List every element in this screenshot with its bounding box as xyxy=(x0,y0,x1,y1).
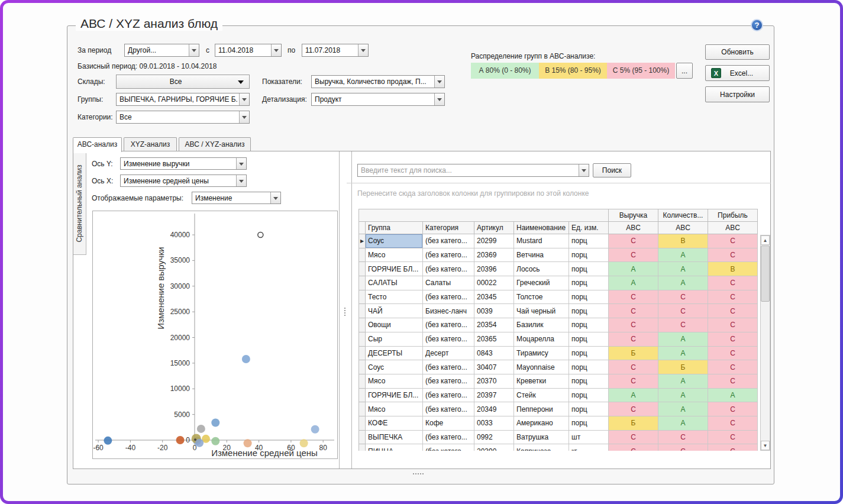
cell-abc-revenue[interactable]: C xyxy=(609,444,658,451)
table-row[interactable]: Сыр(без катего...20365МоцареллапорцCAC xyxy=(359,332,758,346)
table-row[interactable]: ДЕСЕРТЫДесерт0843ТирамисупорцБAC xyxy=(359,346,758,360)
scatter-point[interactable] xyxy=(176,436,185,444)
cell-abc-profit[interactable]: C xyxy=(708,318,758,332)
group-header[interactable]: Прибыль xyxy=(708,209,758,222)
cell-abc-quantity[interactable]: A xyxy=(658,248,708,262)
column-header[interactable]: Категория xyxy=(423,222,474,234)
date-from-select[interactable]: 11.04.2018 xyxy=(215,44,282,57)
horizontal-splitter-grip[interactable] xyxy=(412,473,428,476)
cell-name[interactable]: Ватрушка xyxy=(514,430,569,444)
cell-sku[interactable]: 20345 xyxy=(474,290,514,304)
cell-name[interactable]: Лосось xyxy=(514,262,569,276)
axis-x-select[interactable]: Изменение средней цены xyxy=(120,175,247,187)
scroll-up-icon[interactable]: ▲ xyxy=(761,235,770,245)
cell-abc-quantity[interactable]: C xyxy=(658,304,708,318)
cell-abc-quantity[interactable]: A xyxy=(658,388,708,402)
cell-abc-revenue[interactable]: C xyxy=(609,430,658,444)
cell-category[interactable]: (без катего... xyxy=(423,388,474,402)
column-header[interactable]: Наименование xyxy=(514,222,569,234)
cell-unit[interactable]: порц xyxy=(569,234,609,248)
tab-xyz[interactable]: XYZ-анализ xyxy=(124,137,177,151)
vertical-splitter-grip[interactable] xyxy=(343,306,346,317)
table-row[interactable]: ВЫПЕЧКА(без катего...0992ВатрушкаштCCC xyxy=(359,430,758,444)
cell-unit[interactable]: порц xyxy=(569,332,609,346)
scroll-down-icon[interactable]: ▼ xyxy=(761,441,770,450)
display-params-select[interactable]: Изменение xyxy=(192,192,281,204)
cell-abc-profit[interactable]: C xyxy=(708,332,758,346)
cell-group[interactable]: ЧАЙ xyxy=(366,304,423,318)
cell-group[interactable]: Соус xyxy=(366,234,423,248)
cell-abc-revenue[interactable]: C xyxy=(609,402,658,416)
cell-unit[interactable]: порц xyxy=(569,276,609,290)
cell-unit[interactable]: порц xyxy=(569,346,609,360)
chevron-down-icon[interactable] xyxy=(239,93,249,105)
cell-sku[interactable]: 20397 xyxy=(474,388,514,402)
chevron-down-icon[interactable] xyxy=(434,93,444,105)
cell-abc-profit[interactable]: C xyxy=(708,430,758,444)
scatter-point[interactable] xyxy=(211,419,219,427)
scatter-point[interactable] xyxy=(311,425,319,434)
cell-abc-profit[interactable]: B xyxy=(708,262,758,276)
cell-abc-revenue[interactable]: Б xyxy=(609,346,658,360)
help-icon[interactable]: ? xyxy=(751,19,763,31)
cell-unit[interactable]: порц xyxy=(569,262,609,276)
cell-sku[interactable]: 20370 xyxy=(474,374,514,388)
table-row[interactable]: КОФЕКофе0033АмериканопорцБAC xyxy=(359,416,758,430)
column-header[interactable]: ABC xyxy=(658,222,708,234)
cell-group[interactable]: САЛАТЫ xyxy=(366,276,423,290)
cell-category[interactable]: (без катего... xyxy=(423,332,474,346)
scatter-point[interactable] xyxy=(197,425,205,433)
cell-sku[interactable]: 20396 xyxy=(474,262,514,276)
table-scrollbar[interactable]: ▲ ▼ xyxy=(760,235,770,451)
table-row[interactable]: ЧАЙБизнес-ланч0039Чай черныйпорцCCC xyxy=(359,304,758,318)
table-row[interactable]: Овощи(без катего...20354БазиликпорцCCC xyxy=(359,318,758,332)
cell-unit[interactable]: порц xyxy=(569,360,609,374)
abc-distribution-more-button[interactable]: ... xyxy=(676,63,693,79)
table-row[interactable]: Соус(без катего...30407MayonnaiseпорцCБC xyxy=(359,360,758,374)
cell-sku[interactable]: 20390 xyxy=(474,444,514,451)
cell-name[interactable]: Капричоза xyxy=(514,444,569,451)
chevron-down-icon[interactable] xyxy=(189,44,199,56)
scatter-point[interactable] xyxy=(244,439,252,447)
cell-category[interactable]: (без катего... xyxy=(423,360,474,374)
cell-sku[interactable]: 00022 xyxy=(474,276,514,290)
column-header[interactable]: Артикул xyxy=(474,222,514,234)
tab-abc[interactable]: АВС-анализ xyxy=(73,137,122,152)
cell-name[interactable]: Тирамису xyxy=(514,346,569,360)
categories-select[interactable]: Все xyxy=(116,111,250,124)
cell-abc-profit[interactable]: C xyxy=(708,416,758,430)
cell-abc-quantity[interactable]: B xyxy=(658,234,708,248)
refresh-button[interactable]: Обновить xyxy=(705,44,770,60)
cell-unit[interactable]: порц xyxy=(569,388,609,402)
cell-category[interactable]: (без катего... xyxy=(423,262,474,276)
cell-sku[interactable]: 20369 xyxy=(474,248,514,262)
cell-category[interactable]: (без катего... xyxy=(423,318,474,332)
column-header[interactable]: ABC xyxy=(708,222,758,234)
table-row[interactable]: ▶Соус(без катего...20299MustardпорцCBC xyxy=(359,234,758,248)
group-header[interactable]: Количеств... xyxy=(658,209,708,222)
cell-sku[interactable]: 20299 xyxy=(474,234,514,248)
scrollbar-thumb[interactable] xyxy=(761,245,770,302)
cell-unit[interactable]: порц xyxy=(569,416,609,430)
cell-abc-revenue[interactable]: C xyxy=(609,374,658,388)
cell-unit[interactable]: шт xyxy=(569,430,609,444)
cell-abc-revenue[interactable]: C xyxy=(609,360,658,374)
table-row[interactable]: ГОРЯЧИЕ БЛ...(без катего...20396Лососьпо… xyxy=(359,262,758,276)
cell-group[interactable]: Сыр xyxy=(366,332,423,346)
cell-abc-quantity[interactable]: C xyxy=(658,290,708,304)
cell-group[interactable]: Тесто xyxy=(366,290,423,304)
cell-unit[interactable]: порц xyxy=(569,374,609,388)
chevron-down-icon[interactable] xyxy=(358,44,368,56)
cell-abc-profit[interactable]: C xyxy=(708,276,758,290)
cell-sku[interactable]: 20365 xyxy=(474,332,514,346)
cell-category[interactable]: (без катего... xyxy=(423,374,474,388)
cell-name[interactable]: Mayonnaise xyxy=(514,360,569,374)
cell-name[interactable]: Базилик xyxy=(514,318,569,332)
tab-comparative-analysis[interactable]: Сравнительный анализ xyxy=(73,153,86,255)
cell-abc-revenue[interactable]: A xyxy=(609,262,658,276)
cell-abc-revenue[interactable]: C xyxy=(609,248,658,262)
cell-abc-quantity[interactable]: A xyxy=(658,374,708,388)
cell-abc-quantity[interactable]: C xyxy=(658,444,708,451)
settings-button[interactable]: Настройки xyxy=(705,86,770,102)
scatter-point[interactable] xyxy=(194,438,196,441)
